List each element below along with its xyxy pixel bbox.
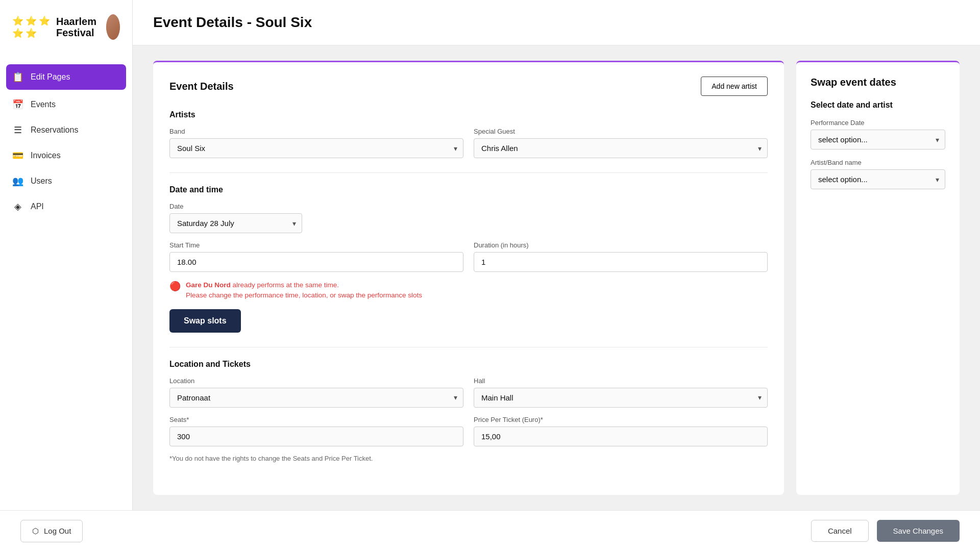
- price-label: Price Per Ticket (Euro)*: [474, 416, 768, 423]
- location-group: Location Patronaat ▾: [169, 377, 463, 408]
- band-group: Band Soul Six ▾: [169, 128, 463, 158]
- artist-band-label: Artist/Band name: [811, 159, 945, 166]
- cancel-button[interactable]: Cancel: [811, 520, 869, 542]
- reservations-icon: ☰: [12, 124, 23, 136]
- sidebar-header: ⭐ ⭐ ⭐ ⭐ ⭐ Haarlem Festival: [0, 0, 132, 54]
- artist-band-select-wrapper: select option... ▾: [811, 169, 945, 189]
- date-time-title: Date and time: [169, 185, 768, 194]
- performance-date-group: Performance Date select option... ▾: [811, 119, 945, 149]
- conflict-error: 🔴 Gare Du Nord already performs at the s…: [169, 280, 768, 301]
- main-content: Event Details - Soul Six Event Details A…: [133, 0, 980, 510]
- logo: ⭐ ⭐ ⭐ ⭐ ⭐: [12, 15, 50, 39]
- sidebar-nav: 📋 Edit Pages 📅 Events ☰ Reservations 💳 I…: [0, 54, 132, 510]
- seats-label: Seats*: [169, 416, 463, 423]
- error-message-part2: Please change the performance time, loca…: [186, 291, 422, 299]
- performance-date-label: Performance Date: [811, 119, 945, 127]
- sidebar: ⭐ ⭐ ⭐ ⭐ ⭐ Haarlem Festival 📋 Edit Pages: [0, 0, 133, 510]
- date-group: Date Saturday 28 July ▾: [169, 203, 302, 233]
- sidebar-item-api[interactable]: ◈ API: [0, 194, 132, 219]
- page-header: Event Details - Soul Six: [133, 0, 980, 45]
- duration-group: Duration (in hours): [474, 241, 768, 272]
- event-details-panel: Event Details Add new artist Artists Ban…: [153, 61, 784, 495]
- location-select[interactable]: Patronaat: [169, 388, 463, 408]
- location-label: Location: [169, 377, 463, 385]
- special-guest-select[interactable]: Chris Allen: [474, 138, 768, 158]
- location-row: Location Patronaat ▾ Hall: [169, 377, 768, 408]
- content-area: Event Details Add new artist Artists Ban…: [133, 45, 980, 510]
- start-time-group: Start Time: [169, 241, 463, 272]
- hall-group: Hall Main Hall ▾: [474, 377, 768, 408]
- event-panel-title: Event Details: [169, 81, 234, 92]
- band-label: Band: [169, 128, 463, 135]
- error-text: Gare Du Nord already performs at the sam…: [186, 280, 422, 301]
- date-label: Date: [169, 203, 302, 210]
- duration-label: Duration (in hours): [474, 241, 768, 249]
- error-icon: 🔴: [169, 281, 181, 292]
- location-select-wrapper: Patronaat ▾: [169, 388, 463, 408]
- bottom-bar: ⬡ Log Out Cancel Save Changes: [0, 510, 980, 551]
- special-guest-select-wrapper: Chris Allen ▾: [474, 138, 768, 158]
- performance-date-select[interactable]: select option...: [811, 130, 945, 149]
- sidebar-item-events[interactable]: 📅 Events: [0, 92, 132, 117]
- action-buttons: Cancel Save Changes: [811, 520, 960, 542]
- sidebar-item-reservations[interactable]: ☰ Reservations: [0, 117, 132, 143]
- seats-input[interactable]: [169, 427, 463, 446]
- add-artist-button[interactable]: Add new artist: [701, 77, 768, 96]
- conflicting-artist: Gare Du Nord: [186, 281, 231, 289]
- sidebar-item-edit-pages[interactable]: 📋 Edit Pages: [6, 64, 126, 90]
- seats-price-row: Seats* Price Per Ticket (Euro)*: [169, 416, 768, 446]
- start-time-label: Start Time: [169, 241, 463, 249]
- location-tickets-section: Location and Tickets Location Patronaat …: [169, 360, 768, 462]
- users-icon: 👥: [12, 176, 23, 187]
- price-input[interactable]: [474, 427, 768, 446]
- invoices-icon: 💳: [12, 150, 23, 161]
- events-icon: 📅: [12, 99, 23, 110]
- start-time-input[interactable]: [169, 252, 463, 272]
- artist-band-group: Artist/Band name select option... ▾: [811, 159, 945, 189]
- logout-icon: ⬡: [32, 527, 39, 536]
- performance-date-select-wrapper: select option... ▾: [811, 130, 945, 149]
- rights-note: *You do not have the rights to change th…: [169, 455, 768, 462]
- api-icon: ◈: [12, 201, 23, 212]
- app-name: Haarlem Festival: [56, 16, 100, 38]
- swap-slots-button[interactable]: Swap slots: [169, 309, 241, 333]
- band-select-wrapper: Soul Six ▾: [169, 138, 463, 158]
- time-row: Start Time Duration (in hours): [169, 241, 768, 272]
- hall-select[interactable]: Main Hall: [474, 388, 768, 408]
- avatar: [106, 14, 120, 40]
- event-panel-header: Event Details Add new artist: [169, 77, 768, 96]
- artist-band-select[interactable]: select option...: [811, 169, 945, 189]
- logout-button[interactable]: ⬡ Log Out: [20, 520, 83, 542]
- price-group: Price Per Ticket (Euro)*: [474, 416, 768, 446]
- edit-pages-icon: 📋: [12, 71, 23, 83]
- seats-group: Seats*: [169, 416, 463, 446]
- swap-panel: Swap event dates Select date and artist …: [796, 61, 960, 495]
- artists-section: Artists Band Soul Six ▾: [169, 110, 768, 158]
- error-message-part1: already performs at the same time.: [231, 281, 339, 289]
- page-title: Event Details - Soul Six: [153, 14, 960, 31]
- artists-row: Band Soul Six ▾ Special Guest: [169, 128, 768, 158]
- sidebar-item-invoices[interactable]: 💳 Invoices: [0, 143, 132, 168]
- save-changes-button[interactable]: Save Changes: [877, 520, 960, 542]
- date-select-wrapper: Saturday 28 July ▾: [169, 213, 302, 233]
- band-select[interactable]: Soul Six: [169, 138, 463, 158]
- hall-label: Hall: [474, 377, 768, 385]
- location-section-title: Location and Tickets: [169, 360, 768, 369]
- special-guest-label: Special Guest: [474, 128, 768, 135]
- swap-panel-title: Swap event dates: [811, 77, 945, 88]
- sidebar-item-users[interactable]: 👥 Users: [0, 168, 132, 194]
- duration-input[interactable]: [474, 252, 768, 272]
- swap-section-title: Select date and artist: [811, 101, 945, 110]
- date-select[interactable]: Saturday 28 July: [169, 213, 302, 233]
- hall-select-wrapper: Main Hall ▾: [474, 388, 768, 408]
- artists-section-title: Artists: [169, 110, 768, 119]
- date-time-section: Date and time Date Saturday 28 July ▾: [169, 185, 768, 333]
- date-row: Date Saturday 28 July ▾: [169, 203, 768, 233]
- special-guest-group: Special Guest Chris Allen ▾: [474, 128, 768, 158]
